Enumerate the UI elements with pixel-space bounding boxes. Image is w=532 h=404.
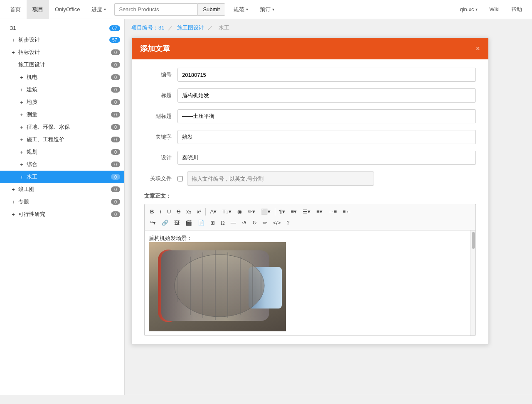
toolbar-divider: [275, 208, 275, 215]
breadcrumb-link-project[interactable]: 项目编号：31: [131, 24, 164, 31]
sidebar-item-land[interactable]: + 征地、环保、水保 0: [0, 121, 124, 133]
toolbar-video[interactable]: 🎬: [183, 218, 195, 227]
sidebar-item-architecture[interactable]: + 建筑 0: [0, 83, 124, 96]
bianhao-label: 编号: [144, 71, 177, 78]
toolbar-redo[interactable]: ↻: [250, 218, 259, 227]
nav-project[interactable]: 项目: [27, 0, 49, 19]
nav-progress[interactable]: 进度 ▾: [86, 0, 112, 19]
toolbar-clear-format[interactable]: ✏: [260, 218, 270, 227]
nav-user[interactable]: qin.xc ▾: [454, 0, 483, 19]
toolbar-border[interactable]: ⬜▾: [259, 207, 273, 216]
sidebar-item-bidding[interactable]: + 招标设计 0: [0, 46, 124, 59]
field-associated-file: 关联文件: [144, 171, 476, 186]
sidebar-item-electrical[interactable]: + 机电 0: [0, 71, 124, 83]
fubiaoti-input[interactable]: [177, 109, 476, 123]
topnav-right: qin.xc ▾ Wiki 帮助: [454, 0, 528, 19]
chevron-down-icon: ▾: [246, 7, 248, 12]
field-bianhao: 编号: [144, 68, 476, 82]
nav-help[interactable]: 帮助: [505, 0, 528, 19]
sidebar-item-comprehensive[interactable]: + 综合 0: [0, 158, 124, 171]
toggle-icon: +: [8, 37, 18, 43]
nav-wiki[interactable]: Wiki: [483, 0, 505, 19]
bottom-bar: [0, 395, 532, 404]
toolbar-undo[interactable]: ↺: [239, 218, 249, 227]
toolbar-unordered-list[interactable]: ≡▾: [314, 207, 325, 216]
associated-file-row: [177, 171, 374, 186]
toolbar-italic[interactable]: I: [157, 207, 164, 216]
toolbar-blockquote[interactable]: ❝▾: [148, 218, 158, 227]
editor-scrollbar[interactable]: [470, 230, 475, 335]
svg-point-0: [175, 255, 264, 317]
breadcrumb-current: 水工: [219, 24, 229, 31]
toggle-icon: −: [0, 25, 10, 31]
modal-title: 添加文章: [140, 44, 170, 54]
main-layout: − 31 67 + 初步设计 57 + 招标设计 0 − 施工图设计 0 + 机…: [0, 19, 532, 404]
toggle-icon: +: [17, 174, 27, 180]
toggle-icon: +: [17, 162, 27, 168]
toolbar-text-color[interactable]: ◉: [235, 207, 244, 216]
editor-toolbar: B I U S x₂ x² A▾ T↕▾ ◉ ✏▾ ⬜▾: [144, 204, 476, 230]
editor-area[interactable]: 盾构机始发场景：: [144, 230, 476, 336]
toggle-icon: +: [8, 49, 18, 56]
sidebar-item-topic[interactable]: + 专题 0: [0, 196, 124, 208]
nav-booking[interactable]: 预订 ▾: [254, 0, 280, 19]
associated-file-checkbox[interactable]: [177, 176, 183, 181]
sidebar-item-construction-cost[interactable]: + 施工、工程造价 0: [0, 133, 124, 146]
breadcrumb-separator: ／: [168, 24, 173, 31]
sidebar-item-construction[interactable]: − 施工图设计 0: [0, 59, 124, 71]
breadcrumb-link-construction[interactable]: 施工图设计: [177, 24, 204, 31]
nav-home[interactable]: 首页: [4, 0, 27, 19]
design-input[interactable]: [177, 151, 476, 165]
biaoti-input[interactable]: [177, 88, 476, 103]
toolbar-highlight[interactable]: ✏▾: [245, 207, 258, 216]
tunnel-machine-image: [149, 242, 286, 331]
content-area: 项目编号：31 ／ 施工图设计 ／ 水工 添加文章 × 编号 标题: [125, 19, 532, 404]
sidebar-item-feasibility[interactable]: + 可行性研究 0: [0, 208, 124, 220]
toolbar-strikethrough[interactable]: S: [174, 207, 183, 216]
article-content-label: 文章正文：: [144, 192, 476, 200]
toolbar-indent[interactable]: →≡: [326, 207, 340, 216]
associated-file-input[interactable]: [187, 171, 374, 186]
breadcrumb-separator: ／: [207, 24, 213, 31]
toolbar-underline[interactable]: U: [165, 207, 173, 216]
sidebar-item-completion[interactable]: + 竣工图 0: [0, 183, 124, 196]
toolbar-code[interactable]: </>: [271, 218, 283, 227]
submit-button[interactable]: Submit: [197, 3, 225, 16]
toolbar-subscript[interactable]: x₂: [184, 207, 194, 216]
bianhao-input[interactable]: [177, 68, 476, 82]
nav-spec[interactable]: 规范 ▾: [228, 0, 254, 19]
toolbar-paragraph[interactable]: ¶▾: [277, 207, 288, 216]
toolbar-file[interactable]: 📄: [195, 218, 207, 227]
sidebar-root[interactable]: − 31 67: [0, 22, 124, 34]
toolbar-help[interactable]: ?: [284, 218, 292, 227]
sidebar-item-survey[interactable]: + 测量 0: [0, 108, 124, 121]
toolbar-outdent[interactable]: ≡←: [340, 207, 354, 216]
sidebar-item-geology[interactable]: + 地质 0: [0, 96, 124, 108]
sidebar-item-hydraulic[interactable]: + 水工 0: [0, 171, 124, 183]
biaoti-label: 标题: [144, 92, 177, 99]
search-input[interactable]: [114, 3, 197, 16]
toolbar-superscript[interactable]: x²: [195, 207, 204, 216]
toolbar-hr[interactable]: —: [228, 218, 239, 227]
toolbar-align[interactable]: ≡▾: [288, 207, 300, 216]
keywords-input[interactable]: [177, 130, 476, 144]
toolbar-table[interactable]: ⊞: [208, 218, 217, 227]
toggle-icon: +: [8, 211, 18, 218]
tunnel-rings-svg: [174, 248, 265, 323]
toolbar-symbol[interactable]: Ω: [218, 218, 227, 227]
toggle-icon: +: [17, 112, 27, 118]
editor-content: 盾构机始发场景：: [149, 235, 470, 331]
breadcrumb: 项目编号：31 ／ 施工图设计 ／ 水工: [131, 24, 525, 32]
modal-header: 添加文章 ×: [132, 38, 488, 59]
toolbar-font-size[interactable]: T↕▾: [220, 207, 234, 216]
toolbar-ordered-list[interactable]: ☰▾: [300, 207, 313, 216]
nav-onlyoffice[interactable]: OnlyOffice: [49, 0, 86, 19]
sidebar-item-preliminary[interactable]: + 初步设计 57: [0, 34, 124, 46]
article-content-section: 文章正文： B I U S x₂ x² A▾ T↕▾: [144, 192, 476, 336]
toolbar-font-color[interactable]: A▾: [207, 207, 219, 216]
toolbar-bold[interactable]: B: [148, 207, 156, 216]
toolbar-image[interactable]: 🖼: [172, 218, 182, 227]
toolbar-link[interactable]: 🔗: [159, 218, 171, 227]
sidebar-item-planning[interactable]: + 规划 0: [0, 146, 124, 158]
close-icon[interactable]: ×: [475, 44, 480, 53]
